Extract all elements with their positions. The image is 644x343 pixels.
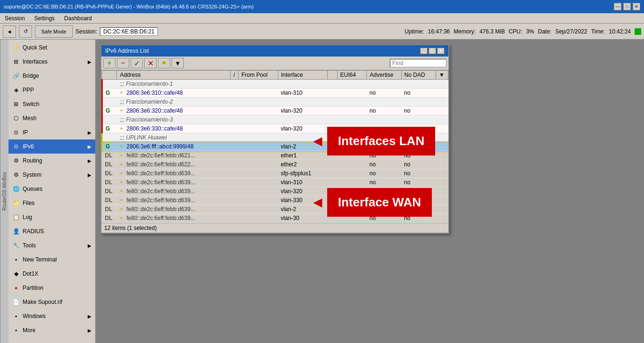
row-address: + fe80::de2c:6eff:febb:d639...	[117, 196, 231, 205]
time-value: 10:42:24	[609, 28, 631, 35]
table-row[interactable]: ;;; Fraccionamiento-1	[102, 80, 448, 89]
forward-button[interactable]: ↺	[19, 25, 32, 38]
col-from-pool: From Pool	[239, 71, 278, 80]
date-label: Date:	[538, 28, 552, 35]
log-icon: 📋	[12, 213, 20, 221]
wan-annotation: ◄ Interface WAN	[310, 188, 432, 217]
sidebar-item-radius[interactable]: 👤 RADIUS	[8, 224, 95, 238]
table-row[interactable]: G + 2806:3e6:310::cafe/48 vlan-310 no no	[102, 89, 448, 98]
add-button[interactable]: +	[103, 58, 116, 68]
sidebar-item-more[interactable]: ▪ More ▶	[8, 323, 95, 337]
row-address: + fe80::de2c:6eff:febb:d621...	[117, 151, 231, 160]
row-eui64	[337, 169, 367, 178]
lan-annotation: ◄ Interfaces LAN	[310, 127, 435, 155]
maximize-button[interactable]: □	[623, 3, 631, 10]
col-dropdown[interactable]: ▼	[436, 71, 448, 80]
cancel-button[interactable]: ✕	[144, 58, 157, 68]
row-from-pool	[231, 124, 239, 133]
terminal-icon: ▪	[12, 256, 20, 263]
sidebar-item-partition[interactable]: ● Partition	[8, 281, 95, 295]
interfaces-arrow: ▶	[88, 59, 91, 65]
safe-mode-button[interactable]: Safe Mode	[35, 25, 73, 38]
row-flag-cell: G	[102, 142, 117, 151]
title-text: soporte@DC:2C:6E:BB:D6:21 (RB-IPv6-PPPoE…	[4, 4, 254, 9]
back-button[interactable]: ◄	[3, 25, 16, 38]
more-arrow: ▶	[88, 328, 91, 333]
table-row[interactable]: ;;; Fraccionamiento-3	[102, 115, 448, 124]
row-comment: ;;; Fraccionamiento-2	[117, 98, 436, 106]
sidebar-item-mesh[interactable]: ⬡ Mesh	[8, 111, 95, 125]
row-from-pool	[231, 160, 239, 169]
row-nodad2	[436, 196, 448, 205]
row-flag-cell: DL	[102, 160, 117, 169]
sidebar-item-ppp[interactable]: ◈ PPP	[8, 83, 95, 97]
sidebar-label-ip: IP	[23, 129, 85, 136]
row-nodad2	[436, 124, 448, 133]
row-flag-cell: DL	[102, 151, 117, 160]
row-address: + fe80::de2c:6eff:febb:d639...	[117, 205, 231, 214]
check-button[interactable]: ✓	[131, 58, 143, 68]
sidebar-item-routing[interactable]: ⚙ Routing ▶	[8, 154, 95, 168]
sidebar-item-system[interactable]: ⚙ System ▶	[8, 168, 95, 182]
menu-dashboard[interactable]: Dashboard	[62, 14, 94, 23]
sidebar-item-ip[interactable]: ⊙ IP ▶	[8, 125, 95, 139]
sidebar-label-quick-set: Quick Set	[23, 44, 91, 51]
row-space	[327, 169, 337, 178]
radius-icon: 👤	[12, 228, 20, 235]
row-fp2	[239, 106, 278, 115]
switch-icon: ⊞	[12, 100, 20, 108]
remove-button[interactable]: −	[117, 58, 129, 68]
menu-settings[interactable]: Settings	[33, 14, 57, 23]
lan-label-text: Interfaces LAN	[338, 134, 425, 148]
find-input[interactable]	[390, 59, 446, 67]
sidebar-item-interfaces[interactable]: ⊞ Interfaces ▶	[8, 55, 95, 69]
ip-icon: ⊙	[12, 129, 20, 136]
sidebar-item-bridge[interactable]: 🔗 Bridge	[8, 69, 95, 83]
uptime-label: Uptime:	[405, 28, 424, 35]
sidebar-label-files: Files	[23, 200, 91, 206]
table-row[interactable]: DL + fe80::de2c:6eff:febb:d639... sfp-sf…	[102, 169, 448, 178]
sidebar-item-quick-set[interactable]: ⚡ Quick Set	[8, 41, 95, 55]
filter-button[interactable]: ▼	[172, 58, 184, 68]
sidebar-item-tools[interactable]: 🔧 Tools ▶	[8, 238, 95, 253]
close-button[interactable]: ✕	[633, 3, 640, 10]
sidebar-label-routing: Routing	[23, 157, 85, 164]
row-extra	[436, 98, 448, 106]
sidebar-label-tools: Tools	[23, 242, 85, 249]
table-row[interactable]: ;;; Fraccionamiento-2	[102, 98, 448, 106]
sidebar-item-dot1x[interactable]: ◆ Dot1X	[8, 267, 95, 281]
routing-icon: ⚙	[12, 157, 20, 164]
row-flag-cell: G	[102, 89, 117, 98]
flag-button[interactable]: ⚑	[158, 58, 170, 68]
wan-arrow: ◄	[310, 194, 325, 211]
sidebar-item-new-terminal[interactable]: ▪ New Terminal	[8, 253, 95, 267]
row-fp2	[239, 214, 278, 223]
row-space	[327, 106, 337, 115]
row-advertise: no	[367, 178, 401, 187]
dialog-minimize-button[interactable]: _	[420, 48, 428, 54]
table-row[interactable]: G + 2806:3e6:320::cafe/48 vlan-320 no no	[102, 106, 448, 115]
minimize-button[interactable]: —	[614, 3, 621, 10]
dialog-status-bar: 12 items (1 selected)	[101, 223, 448, 233]
sidebar-item-ipv6[interactable]: ⊙ IPv6 ▶	[8, 139, 95, 154]
row-space	[327, 160, 337, 169]
sidebar-item-files[interactable]: 📁 Files	[8, 196, 95, 210]
table-row[interactable]: DL + fe80::de2c:6eff:febb:d622... ether2…	[102, 160, 448, 169]
sidebar-label-ipv6: IPv6	[23, 143, 85, 150]
sidebar-item-log[interactable]: 📋 Log	[8, 210, 95, 224]
col-no-dad: No DAD	[401, 71, 436, 80]
sidebar-item-windows[interactable]: ▪ Windows ▶	[8, 309, 95, 323]
row-no-dad: no	[401, 106, 436, 115]
dot1x-icon: ◆	[12, 270, 20, 278]
menu-session[interactable]: Session	[3, 14, 27, 23]
row-advertise: no	[367, 106, 401, 115]
dialog-maximize-button[interactable]: □	[429, 48, 436, 54]
dialog-close-button[interactable]: ✕	[437, 48, 445, 54]
sidebar-item-switch[interactable]: ⊞ Switch	[8, 97, 95, 111]
date-value: Sep/27/2022	[555, 28, 587, 35]
sidebar-item-queues[interactable]: 🌐 Queues	[8, 182, 95, 196]
sidebar-item-make-supout[interactable]: 📄 Make Supout.rif	[8, 295, 95, 309]
row-nodad2	[436, 89, 448, 98]
table-row[interactable]: DL + fe80::de2c:6eff:febb:d639... vlan-3…	[102, 178, 448, 187]
sidebar-label-more: More	[23, 327, 85, 334]
